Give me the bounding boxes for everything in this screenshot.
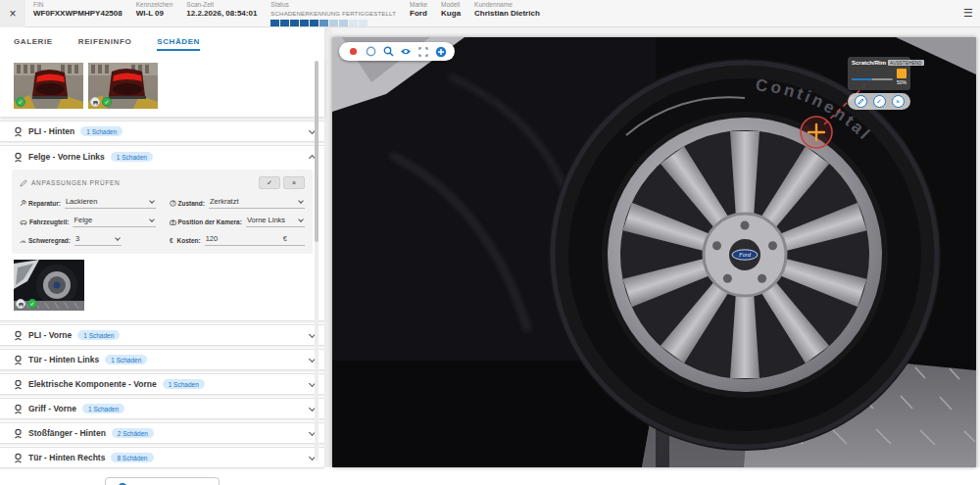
kosten-input[interactable] (206, 234, 283, 243)
verified-badge-icon: ✓ (102, 97, 112, 107)
scanzeit-label: Scan-Zeit (186, 1, 257, 9)
damage-marker-tool-icon[interactable] (347, 46, 359, 58)
damage-count-badge: 1 Schaden (77, 330, 120, 340)
damage-row-elektrische-komponente-vorne[interactable]: Elektrische Komponente - Vorne 1 Schaden (0, 373, 324, 395)
scanzeit-field: Scan-Zeit 12.2.2026, 08:54:01 (186, 1, 257, 19)
sidebar-scrollbar (315, 61, 318, 461)
car-icon (20, 219, 27, 225)
kosten-currency: € (283, 234, 305, 243)
condition-icon: ? (170, 200, 176, 207)
thumbnail-wheel-damage[interactable]: ✓ (14, 260, 84, 311)
add-damage-tool-icon[interactable] (435, 46, 447, 58)
damage-row-stossfaenger-hinten[interactable]: Stoßfänger - Hinten 2 Schäden (0, 422, 324, 444)
kundenname-label: Kundenname (474, 1, 540, 9)
edit-damage-button[interactable] (855, 95, 867, 108)
damage-row-label: Griff - Vorne (28, 404, 76, 413)
damage-count-badge: 1 Schaden (80, 126, 122, 136)
visibility-tool-icon[interactable] (400, 46, 412, 58)
field-position-kamera: Position der Kamera: Vorne Links (170, 216, 306, 227)
field-label: Position der Kamera: (178, 218, 242, 225)
camera-icon (170, 219, 176, 225)
marke-label: Marke (410, 1, 427, 9)
top-bar: × FIN WF0FXXWPMHPY42508 Kennzeichen WI-L… (0, 0, 980, 27)
form-cancel-button[interactable]: × (283, 176, 305, 189)
kennzeichen-label: Kennzeichen (136, 1, 173, 9)
schweregrad-select[interactable]: 3 (74, 234, 122, 246)
pencil-icon (858, 98, 864, 105)
damage-count-badge: 2 Schäden (112, 428, 154, 438)
damage-section-felge-vorne-links: Felge - Vorne Links 1 Schaden ANPASSUNGE… (0, 145, 324, 321)
field-label: Reparatur: (28, 200, 61, 207)
euro-icon: € (170, 237, 175, 244)
chevron-down-icon (298, 198, 304, 204)
damage-row-felge-vorne-links[interactable]: Felge - Vorne Links 1 Schaden (0, 146, 324, 168)
field-label: Kosten: (177, 237, 201, 244)
damage-photo-viewer[interactable]: Continental (332, 37, 976, 467)
field-kosten: €Kosten: € (170, 234, 306, 246)
viewer-toolbar (339, 42, 455, 61)
wrench-icon (20, 200, 26, 207)
kundenname-field: Kundenname Christian Dietrich (474, 1, 540, 19)
tab-schaeden[interactable]: SCHÄDEN (157, 37, 200, 51)
damage-marker-icon (14, 355, 23, 365)
tab-galerie[interactable]: GALERIE (14, 37, 53, 51)
confidence-value: 50% (897, 79, 906, 85)
scrollbar-thumb[interactable] (315, 61, 318, 242)
reject-damage-button[interactable]: × (892, 95, 905, 108)
car-badge-icon (16, 299, 25, 309)
damage-row-pli-hinten[interactable]: PLI - Hinten 1 Schaden (0, 121, 324, 142)
tab-reifeninfo[interactable]: REIFENINFO (78, 37, 131, 51)
damage-row-tuer-hinten-rechts[interactable]: Tür - Hinten Rechts 8 Schäden (0, 447, 324, 468)
form-title: ANPASSUNGEN PRÜFEN (31, 179, 121, 186)
zoom-tool-icon[interactable] (382, 46, 394, 58)
edit-icon (20, 179, 27, 187)
field-fahrzeugteil: Fahrzeugteil: Felge (20, 216, 156, 227)
position-kamera-select[interactable]: Vorne Links (246, 216, 305, 227)
kennzeichen-value: WI-L 09 (136, 9, 173, 19)
damage-marker-icon (14, 152, 23, 163)
marke-value: Ford (410, 9, 427, 19)
status-progress-bar (270, 20, 396, 26)
adjustment-form: ANPASSUNGEN PRÜFEN ✓ × Reparatur: Lackie… (12, 170, 313, 254)
form-confirm-button[interactable]: ✓ (259, 176, 280, 189)
fullscreen-tool-icon[interactable] (417, 46, 429, 58)
damage-marker-icon (14, 404, 23, 414)
thumbnail-car-rear-2[interactable]: ✓ (88, 63, 158, 109)
field-label: Zustand: (178, 200, 205, 207)
field-zustand: ?Zustand: Zerkratzt (170, 197, 306, 209)
damage-marker-icon (14, 330, 23, 341)
menu-icon[interactable]: ☰ (956, 0, 980, 27)
modell-field: Modell Kuga (441, 1, 461, 19)
confirm-damage-button[interactable]: ✓ (873, 95, 886, 108)
close-icon[interactable]: × (0, 0, 25, 27)
damage-row-label: Stoßfänger - Hinten (28, 428, 106, 438)
damage-row-griff-vorne[interactable]: Griff - Vorne 1 Schaden (0, 398, 324, 419)
fahrzeugteil-select[interactable]: Felge (73, 216, 155, 227)
damage-type-label: Scratch/Rim (852, 60, 886, 66)
damage-row-label: Elektrische Komponente - Vorne (28, 379, 157, 389)
damage-row-pli-vorne[interactable]: PLI - Vorne 1 Schaden (0, 324, 324, 346)
status-value: SCHADENERKENNUNG FERTIGGESTELLT (270, 9, 396, 19)
fin-field: FIN WF0FXXWPMHPY42508 (33, 1, 122, 19)
chevron-down-icon (149, 198, 155, 204)
reparatur-select[interactable]: Lackieren (65, 197, 156, 209)
circle-tool-icon[interactable] (365, 46, 376, 58)
damage-count-badge: 8 Schäden (111, 453, 153, 462)
damage-status-badge: AUSSTEHEND (888, 60, 924, 66)
damage-row-tuer-hinten-links[interactable]: Tür - Hinten Links 1 Schaden (0, 349, 324, 370)
scanzeit-value: 12.2.2026, 08:54:01 (186, 9, 257, 19)
modell-label: Modell (441, 1, 461, 9)
zustand-select[interactable]: Zerkratzt (209, 197, 305, 209)
thumbnail-car-rear-1[interactable]: ✓ (14, 63, 83, 109)
damage-row-label: PLI - Hinten (28, 126, 74, 136)
verified-badge-icon: ✓ (27, 299, 37, 309)
car-badge-icon (90, 97, 100, 107)
send-to-fleetback-button[interactable]: An Fleetback senden (105, 477, 219, 485)
damage-count-badge: 1 Schaden (111, 152, 153, 162)
modell-value: Kuga (441, 9, 461, 19)
fin-label: FIN (33, 1, 122, 9)
damage-sidebar: GALERIE REIFENINFO SCHÄDEN ✓ (0, 27, 324, 467)
svg-text:€: € (170, 237, 173, 244)
verified-badge-icon: ✓ (16, 97, 25, 107)
status-label: Status (270, 1, 396, 9)
